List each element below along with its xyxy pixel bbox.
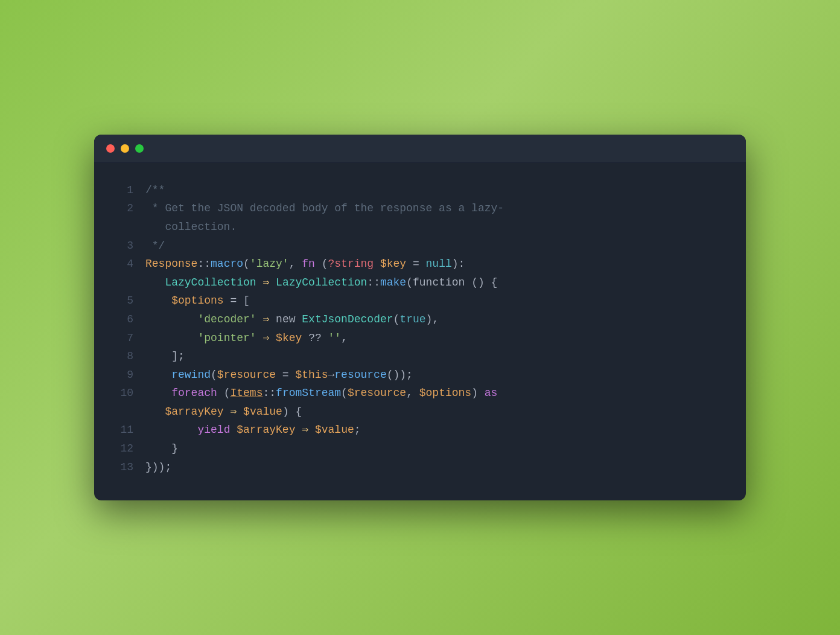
line-number: 10	[112, 384, 133, 403]
line-number	[112, 403, 133, 421]
line-number: 4	[112, 255, 133, 273]
line-number: 12	[112, 439, 133, 458]
maximize-button[interactable]	[135, 144, 144, 153]
code-editor: 1 /** 2 * Get the JSON decoded body of t…	[94, 163, 746, 501]
line-content: foreach (Items::fromStream($resource, $o…	[145, 384, 722, 403]
code-line-7: 7 'pointer' ⇒ $key ?? '',	[112, 329, 722, 348]
line-content: Response::macro('lazy', fn (?string $key…	[145, 255, 722, 273]
code-line-4: 4 Response::macro('lazy', fn (?string $k…	[112, 255, 722, 273]
code-line-3: 3 */	[112, 237, 722, 255]
minimize-button[interactable]	[121, 144, 129, 153]
code-line-8: 8 ];	[112, 347, 722, 366]
line-number: 6	[112, 310, 133, 329]
line-number: 5	[112, 292, 133, 310]
line-content: $arrayKey ⇒ $value) {	[145, 403, 722, 421]
line-content: }));	[145, 458, 722, 477]
line-number	[112, 218, 133, 237]
line-content: rewind($resource = $this→resource());	[145, 366, 722, 385]
line-number: 9	[112, 366, 133, 385]
code-line-2b: collection.	[112, 218, 722, 237]
line-content: 'decoder' ⇒ new ExtJsonDecoder(true),	[145, 310, 722, 329]
code-line-2: 2 * Get the JSON decoded body of the res…	[112, 199, 722, 218]
code-line-10b: $arrayKey ⇒ $value) {	[112, 403, 722, 421]
line-number: 1	[112, 181, 133, 200]
code-line-5: 5 $options = [	[112, 292, 722, 310]
line-number: 3	[112, 237, 133, 255]
line-content: * Get the JSON decoded body of the respo…	[145, 199, 722, 218]
line-number	[112, 273, 133, 292]
line-number: 7	[112, 329, 133, 348]
line-content: LazyCollection ⇒ LazyCollection::make(fu…	[145, 273, 722, 292]
line-number: 2	[112, 199, 133, 218]
line-content: $options = [	[145, 292, 722, 310]
line-content: collection.	[145, 218, 722, 237]
code-line-13: 13 }));	[112, 458, 722, 477]
code-line-6: 6 'decoder' ⇒ new ExtJsonDecoder(true),	[112, 310, 722, 329]
code-line-10: 10 foreach (Items::fromStream($resource,…	[112, 384, 722, 403]
close-button[interactable]	[106, 144, 115, 153]
code-line-12: 12 }	[112, 439, 722, 458]
code-line-9: 9 rewind($resource = $this→resource());	[112, 366, 722, 385]
line-number: 8	[112, 347, 133, 366]
line-content: 'pointer' ⇒ $key ?? '',	[145, 329, 722, 348]
line-number: 13	[112, 458, 133, 477]
line-content: ];	[145, 347, 722, 366]
titlebar	[94, 135, 746, 163]
code-line-11: 11 yield $arrayKey ⇒ $value;	[112, 421, 722, 439]
code-window: 1 /** 2 * Get the JSON decoded body of t…	[94, 135, 746, 501]
line-content: }	[145, 439, 722, 458]
line-content: yield $arrayKey ⇒ $value;	[145, 421, 722, 439]
code-line-4b: LazyCollection ⇒ LazyCollection::make(fu…	[112, 273, 722, 292]
line-content: */	[145, 237, 722, 255]
line-number: 11	[112, 421, 133, 439]
code-line-1: 1 /**	[112, 181, 722, 200]
line-content: /**	[145, 181, 722, 200]
